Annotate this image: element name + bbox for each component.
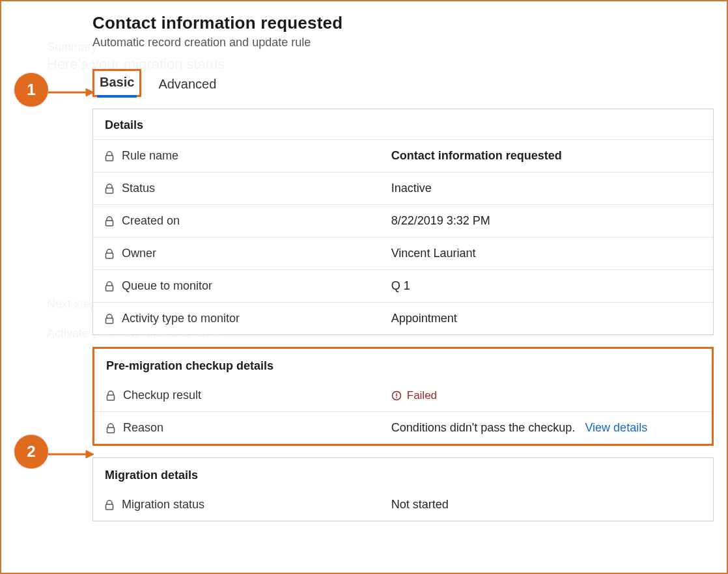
lock-icon [105, 151, 114, 161]
page-title: Contact information requested [92, 13, 714, 33]
ghost-text: Summary [47, 40, 97, 54]
svg-rect-1 [106, 188, 113, 193]
lock-icon [105, 500, 114, 510]
label-activity-type: Activity type to monitor [122, 312, 240, 325]
row-created-on: Created on 8/22/2019 3:32 PM [93, 204, 713, 237]
tab-bar: Basic Advanced [92, 69, 714, 97]
migration-header: Migration details [93, 458, 713, 489]
arrow-icon [48, 448, 94, 461]
error-icon [391, 390, 402, 401]
tab-basic[interactable]: Basic [94, 71, 139, 95]
value-queue: Q 1 [391, 279, 701, 293]
lock-icon [106, 423, 115, 433]
value-rule-name: Contact information requested [391, 149, 701, 163]
label-reason: Reason [123, 421, 163, 435]
details-header: Details [93, 109, 713, 139]
row-status: Status Inactive [93, 172, 713, 204]
callout-badge-1: 1 [14, 73, 48, 107]
premigration-card: Pre-migration checkup details Checkup re… [92, 347, 714, 446]
label-rule-name: Rule name [122, 149, 178, 163]
migration-card: Migration details Migration status Not s… [92, 458, 714, 521]
premigration-header: Pre-migration checkup details [94, 349, 712, 379]
svg-rect-0 [106, 156, 113, 161]
value-owner: Vincent Lauriant [391, 247, 701, 260]
svg-rect-2 [106, 221, 113, 226]
svg-rect-4 [106, 286, 113, 291]
row-rule-name: Rule name Contact information requested [93, 139, 713, 172]
row-checkup-result: Checkup result Failed [94, 379, 712, 411]
row-migration-status: Migration status Not started [93, 489, 713, 521]
lock-icon [105, 184, 114, 194]
value-created-on: 8/22/2019 3:32 PM [391, 214, 701, 228]
svg-rect-3 [106, 253, 113, 258]
row-reason: Reason Conditions didn't pass the checku… [94, 411, 712, 444]
lock-icon [105, 281, 114, 292]
tab-advanced[interactable]: Advanced [153, 73, 221, 97]
value-checkup-result: Failed [407, 389, 437, 402]
arrow-icon [48, 86, 94, 99]
label-owner: Owner [122, 247, 156, 260]
svg-rect-6 [107, 395, 115, 400]
label-checkup-result: Checkup result [123, 389, 201, 402]
value-activity-type: Appointment [391, 312, 701, 325]
svg-rect-10 [107, 428, 115, 433]
value-migration-status: Not started [391, 498, 701, 512]
svg-marker-15 [86, 450, 94, 458]
svg-point-9 [396, 397, 397, 398]
value-reason: Conditions didn't pass the checkup. View… [391, 421, 700, 435]
svg-rect-5 [106, 318, 113, 323]
reason-text: Conditions didn't pass the checkup. [391, 421, 576, 434]
row-activity-type: Activity type to monitor Appointment [93, 302, 713, 335]
lock-icon [106, 390, 115, 401]
row-queue: Queue to monitor Q 1 [93, 269, 713, 302]
lock-icon [105, 314, 114, 324]
page-subtitle: Automatic record creation and update rul… [92, 36, 714, 49]
svg-marker-13 [86, 89, 94, 96]
callout-badge-2: 2 [14, 435, 48, 469]
label-created-on: Created on [122, 214, 180, 228]
value-status: Inactive [391, 182, 701, 195]
view-details-link[interactable]: View details [585, 421, 647, 434]
svg-rect-11 [106, 504, 113, 510]
label-migration-status: Migration status [122, 498, 204, 512]
row-owner: Owner Vincent Lauriant [93, 237, 713, 269]
checkup-result-failed: Failed [391, 389, 700, 402]
label-status: Status [122, 182, 155, 195]
details-card: Details Rule name Contact information re… [92, 109, 714, 335]
lock-icon [105, 249, 114, 259]
label-queue: Queue to monitor [122, 279, 212, 293]
lock-icon [105, 216, 114, 226]
